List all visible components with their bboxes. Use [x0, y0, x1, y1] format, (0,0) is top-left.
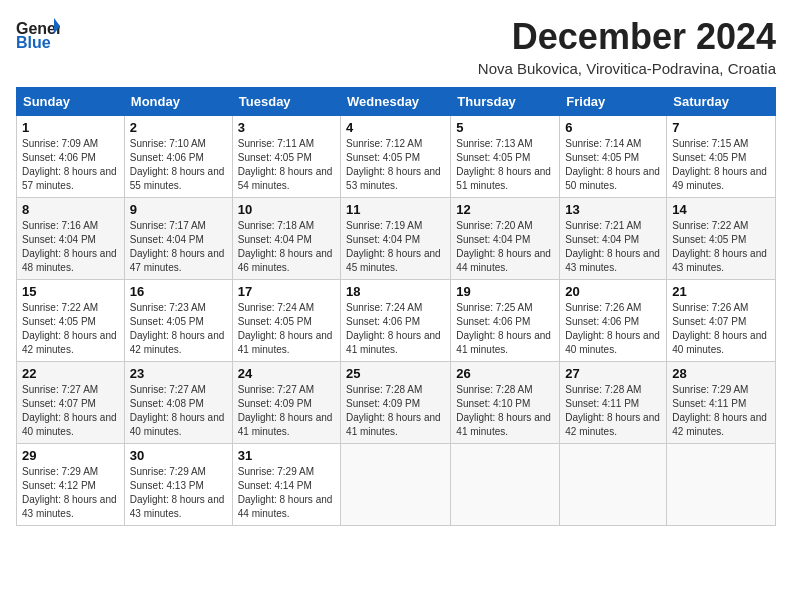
- day-info: Sunrise: 7:21 AM Sunset: 4:04 PM Dayligh…: [565, 219, 661, 275]
- day-info: Sunrise: 7:28 AM Sunset: 4:10 PM Dayligh…: [456, 383, 554, 439]
- day-info: Sunrise: 7:19 AM Sunset: 4:04 PM Dayligh…: [346, 219, 445, 275]
- day-number: 23: [130, 366, 227, 381]
- table-row: [560, 444, 667, 526]
- table-row: 8 Sunrise: 7:16 AM Sunset: 4:04 PM Dayli…: [17, 198, 125, 280]
- col-saturday: Saturday: [667, 88, 776, 116]
- day-number: 10: [238, 202, 335, 217]
- day-info: Sunrise: 7:27 AM Sunset: 4:08 PM Dayligh…: [130, 383, 227, 439]
- logo-icon: General Blue: [16, 16, 60, 52]
- day-number: 4: [346, 120, 445, 135]
- table-row: 20 Sunrise: 7:26 AM Sunset: 4:06 PM Dayl…: [560, 280, 667, 362]
- table-row: 29 Sunrise: 7:29 AM Sunset: 4:12 PM Dayl…: [17, 444, 125, 526]
- day-info: Sunrise: 7:15 AM Sunset: 4:05 PM Dayligh…: [672, 137, 770, 193]
- day-number: 15: [22, 284, 119, 299]
- day-number: 20: [565, 284, 661, 299]
- day-info: Sunrise: 7:22 AM Sunset: 4:05 PM Dayligh…: [22, 301, 119, 357]
- day-number: 1: [22, 120, 119, 135]
- day-info: Sunrise: 7:26 AM Sunset: 4:07 PM Dayligh…: [672, 301, 770, 357]
- table-row: 16 Sunrise: 7:23 AM Sunset: 4:05 PM Dayl…: [124, 280, 232, 362]
- col-monday: Monday: [124, 88, 232, 116]
- table-row: 12 Sunrise: 7:20 AM Sunset: 4:04 PM Dayl…: [451, 198, 560, 280]
- day-info: Sunrise: 7:12 AM Sunset: 4:05 PM Dayligh…: [346, 137, 445, 193]
- table-row: 7 Sunrise: 7:15 AM Sunset: 4:05 PM Dayli…: [667, 116, 776, 198]
- calendar-week-row: 1 Sunrise: 7:09 AM Sunset: 4:06 PM Dayli…: [17, 116, 776, 198]
- table-row: 24 Sunrise: 7:27 AM Sunset: 4:09 PM Dayl…: [232, 362, 340, 444]
- calendar-week-row: 15 Sunrise: 7:22 AM Sunset: 4:05 PM Dayl…: [17, 280, 776, 362]
- table-row: 26 Sunrise: 7:28 AM Sunset: 4:10 PM Dayl…: [451, 362, 560, 444]
- day-info: Sunrise: 7:09 AM Sunset: 4:06 PM Dayligh…: [22, 137, 119, 193]
- day-number: 21: [672, 284, 770, 299]
- day-number: 9: [130, 202, 227, 217]
- calendar-week-row: 8 Sunrise: 7:16 AM Sunset: 4:04 PM Dayli…: [17, 198, 776, 280]
- day-number: 8: [22, 202, 119, 217]
- table-row: 15 Sunrise: 7:22 AM Sunset: 4:05 PM Dayl…: [17, 280, 125, 362]
- day-info: Sunrise: 7:29 AM Sunset: 4:11 PM Dayligh…: [672, 383, 770, 439]
- day-number: 19: [456, 284, 554, 299]
- day-info: Sunrise: 7:11 AM Sunset: 4:05 PM Dayligh…: [238, 137, 335, 193]
- day-info: Sunrise: 7:25 AM Sunset: 4:06 PM Dayligh…: [456, 301, 554, 357]
- day-number: 3: [238, 120, 335, 135]
- day-number: 22: [22, 366, 119, 381]
- day-number: 17: [238, 284, 335, 299]
- col-wednesday: Wednesday: [341, 88, 451, 116]
- calendar-table: Sunday Monday Tuesday Wednesday Thursday…: [16, 87, 776, 526]
- table-row: 22 Sunrise: 7:27 AM Sunset: 4:07 PM Dayl…: [17, 362, 125, 444]
- day-info: Sunrise: 7:14 AM Sunset: 4:05 PM Dayligh…: [565, 137, 661, 193]
- table-row: 28 Sunrise: 7:29 AM Sunset: 4:11 PM Dayl…: [667, 362, 776, 444]
- day-info: Sunrise: 7:22 AM Sunset: 4:05 PM Dayligh…: [672, 219, 770, 275]
- day-number: 14: [672, 202, 770, 217]
- calendar-week-row: 29 Sunrise: 7:29 AM Sunset: 4:12 PM Dayl…: [17, 444, 776, 526]
- logo: General Blue: [16, 16, 60, 52]
- table-row: 21 Sunrise: 7:26 AM Sunset: 4:07 PM Dayl…: [667, 280, 776, 362]
- table-row: 30 Sunrise: 7:29 AM Sunset: 4:13 PM Dayl…: [124, 444, 232, 526]
- day-number: 6: [565, 120, 661, 135]
- table-row: 17 Sunrise: 7:24 AM Sunset: 4:05 PM Dayl…: [232, 280, 340, 362]
- day-number: 30: [130, 448, 227, 463]
- title-area: December 2024 Nova Bukovica, Virovitica-…: [478, 16, 776, 77]
- day-number: 7: [672, 120, 770, 135]
- day-number: 31: [238, 448, 335, 463]
- col-tuesday: Tuesday: [232, 88, 340, 116]
- header: General Blue December 2024 Nova Bukovica…: [16, 16, 776, 77]
- day-number: 12: [456, 202, 554, 217]
- day-info: Sunrise: 7:28 AM Sunset: 4:11 PM Dayligh…: [565, 383, 661, 439]
- col-friday: Friday: [560, 88, 667, 116]
- day-number: 24: [238, 366, 335, 381]
- table-row: 1 Sunrise: 7:09 AM Sunset: 4:06 PM Dayli…: [17, 116, 125, 198]
- table-row: [451, 444, 560, 526]
- day-number: 29: [22, 448, 119, 463]
- table-row: 14 Sunrise: 7:22 AM Sunset: 4:05 PM Dayl…: [667, 198, 776, 280]
- day-info: Sunrise: 7:29 AM Sunset: 4:14 PM Dayligh…: [238, 465, 335, 521]
- table-row: 11 Sunrise: 7:19 AM Sunset: 4:04 PM Dayl…: [341, 198, 451, 280]
- svg-text:Blue: Blue: [16, 34, 51, 51]
- table-row: 3 Sunrise: 7:11 AM Sunset: 4:05 PM Dayli…: [232, 116, 340, 198]
- table-row: 27 Sunrise: 7:28 AM Sunset: 4:11 PM Dayl…: [560, 362, 667, 444]
- day-info: Sunrise: 7:26 AM Sunset: 4:06 PM Dayligh…: [565, 301, 661, 357]
- table-row: 9 Sunrise: 7:17 AM Sunset: 4:04 PM Dayli…: [124, 198, 232, 280]
- table-row: 5 Sunrise: 7:13 AM Sunset: 4:05 PM Dayli…: [451, 116, 560, 198]
- table-row: 18 Sunrise: 7:24 AM Sunset: 4:06 PM Dayl…: [341, 280, 451, 362]
- day-info: Sunrise: 7:27 AM Sunset: 4:07 PM Dayligh…: [22, 383, 119, 439]
- day-info: Sunrise: 7:23 AM Sunset: 4:05 PM Dayligh…: [130, 301, 227, 357]
- day-number: 28: [672, 366, 770, 381]
- col-sunday: Sunday: [17, 88, 125, 116]
- day-info: Sunrise: 7:24 AM Sunset: 4:05 PM Dayligh…: [238, 301, 335, 357]
- day-info: Sunrise: 7:24 AM Sunset: 4:06 PM Dayligh…: [346, 301, 445, 357]
- day-info: Sunrise: 7:20 AM Sunset: 4:04 PM Dayligh…: [456, 219, 554, 275]
- calendar-week-row: 22 Sunrise: 7:27 AM Sunset: 4:07 PM Dayl…: [17, 362, 776, 444]
- day-number: 27: [565, 366, 661, 381]
- day-info: Sunrise: 7:18 AM Sunset: 4:04 PM Dayligh…: [238, 219, 335, 275]
- day-info: Sunrise: 7:17 AM Sunset: 4:04 PM Dayligh…: [130, 219, 227, 275]
- location-title: Nova Bukovica, Virovitica-Podravina, Cro…: [478, 60, 776, 77]
- day-info: Sunrise: 7:28 AM Sunset: 4:09 PM Dayligh…: [346, 383, 445, 439]
- day-info: Sunrise: 7:13 AM Sunset: 4:05 PM Dayligh…: [456, 137, 554, 193]
- table-row: 25 Sunrise: 7:28 AM Sunset: 4:09 PM Dayl…: [341, 362, 451, 444]
- day-info: Sunrise: 7:29 AM Sunset: 4:13 PM Dayligh…: [130, 465, 227, 521]
- day-number: 18: [346, 284, 445, 299]
- table-row: 4 Sunrise: 7:12 AM Sunset: 4:05 PM Dayli…: [341, 116, 451, 198]
- calendar-header-row: Sunday Monday Tuesday Wednesday Thursday…: [17, 88, 776, 116]
- day-number: 16: [130, 284, 227, 299]
- month-title: December 2024: [478, 16, 776, 58]
- day-info: Sunrise: 7:29 AM Sunset: 4:12 PM Dayligh…: [22, 465, 119, 521]
- day-number: 26: [456, 366, 554, 381]
